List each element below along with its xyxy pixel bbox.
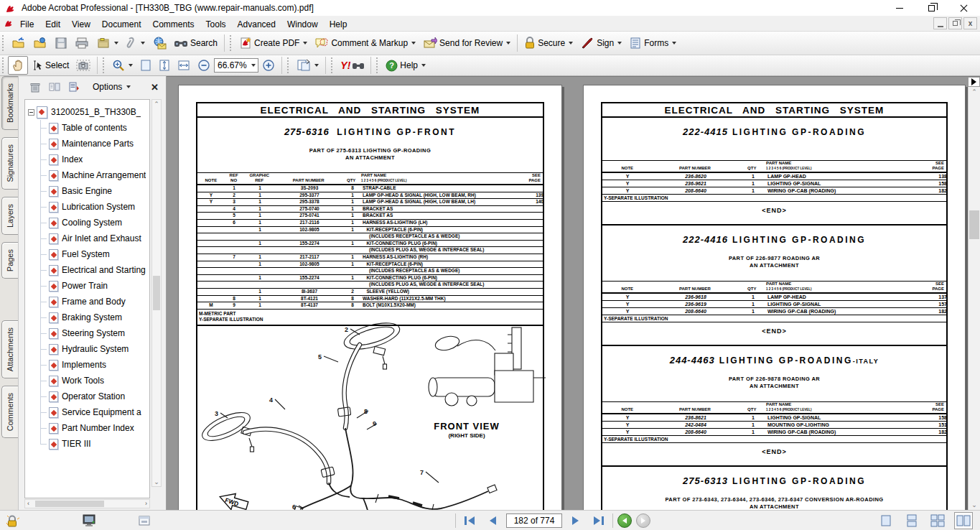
bookmark-item[interactable]: Work Tools	[25, 373, 149, 389]
bookmark-item[interactable]: Machine Arrangement	[25, 167, 149, 183]
panel-close-button[interactable]: ✕	[151, 82, 162, 93]
send-review-button[interactable]: Send for Review	[419, 34, 514, 52]
select-tool-button[interactable]: Select	[28, 56, 73, 75]
pane-collapse-arrow-button[interactable]	[968, 77, 980, 87]
bookmark-item[interactable]: Implements	[25, 357, 149, 373]
toolbar-grip[interactable]	[2, 35, 6, 51]
email-button[interactable]	[149, 34, 170, 52]
toolbar-grip[interactable]	[2, 57, 6, 73]
tab-bookmarks[interactable]: Bookmarks	[1, 76, 18, 130]
help-button[interactable]: ? Help	[382, 56, 429, 75]
page-number-input[interactable]	[506, 513, 562, 528]
bookmark-item[interactable]: TIER III	[25, 436, 149, 452]
collapse-icon[interactable]	[28, 109, 34, 116]
hand-tool-button[interactable]	[8, 56, 28, 75]
bookmark-item[interactable]: Service Equipment a	[25, 404, 149, 420]
doc-minimize-button[interactable]	[933, 17, 947, 29]
bookmark-item[interactable]: Electrical and Starting	[25, 262, 149, 278]
scroll-left-icon[interactable]: ‹	[27, 500, 29, 507]
bookmark-item[interactable]: Fuel System	[25, 246, 149, 262]
bookmark-item[interactable]: Part Number Index	[25, 420, 149, 436]
menu-item-comments[interactable]: Comments	[147, 17, 200, 32]
screen-mode-icon[interactable]	[79, 512, 99, 529]
doc-restore-button[interactable]	[948, 17, 962, 29]
bookmark-item[interactable]: Power Train	[25, 278, 149, 294]
zoom-level-input[interactable]	[215, 59, 249, 72]
fit-page-button[interactable]	[136, 56, 155, 75]
save-button[interactable]	[51, 34, 71, 52]
delete-bookmark-icon[interactable]	[29, 80, 42, 93]
scroll-down-icon[interactable]: ⌄	[969, 501, 980, 508]
tab-layers[interactable]: Layers	[1, 197, 18, 235]
zoom-out-button[interactable]	[194, 56, 214, 75]
security-lock-icon[interactable]	[3, 512, 23, 529]
sign-button[interactable]: Sign	[577, 34, 625, 52]
first-page-button[interactable]	[460, 513, 479, 529]
bookmark-root[interactable]: 31200251_B_TH330B_	[25, 104, 149, 120]
bookmarks-horizontal-scrollbar[interactable]: ‹ ›	[24, 499, 150, 508]
scroll-down-icon[interactable]: ⌄	[152, 478, 161, 485]
next-view-button[interactable]	[636, 513, 650, 528]
single-page-button[interactable]	[877, 512, 895, 529]
zoom-tool-button[interactable]	[108, 56, 136, 75]
secure-button[interactable]: Secure	[521, 34, 577, 52]
create-pdf-button[interactable]: Create PDF	[235, 34, 311, 52]
previous-view-button[interactable]	[617, 513, 632, 528]
options-button[interactable]: Options	[93, 82, 131, 92]
continuous-button[interactable]	[902, 512, 921, 529]
menu-item-advanced[interactable]: Advanced	[232, 17, 281, 32]
scrollbar-thumb[interactable]	[153, 276, 160, 310]
fit-height-button[interactable]	[155, 56, 174, 75]
comment-markup-button[interactable]: Comment & Markup	[311, 34, 419, 52]
bookmark-item[interactable]: Lubrication System	[25, 199, 149, 215]
organizer-button[interactable]	[93, 34, 122, 52]
menu-item-help[interactable]: Help	[324, 17, 353, 32]
scrollbar-thumb[interactable]	[969, 210, 979, 239]
menu-item-edit[interactable]: Edit	[39, 17, 66, 32]
bookmark-item[interactable]: Cooling System	[25, 215, 149, 231]
menu-item-window[interactable]: Window	[281, 17, 324, 32]
toolbar-grip[interactable]	[376, 57, 380, 73]
bookmark-item[interactable]: Air Inlet and Exhaust	[25, 231, 149, 246]
open-organizer-button[interactable]	[29, 34, 51, 52]
fit-width-button[interactable]	[174, 56, 194, 75]
tab-signatures[interactable]: Signatures	[1, 137, 18, 190]
scroll-up-icon[interactable]: ⌃	[969, 88, 980, 96]
minimize-button[interactable]	[883, 0, 915, 16]
bookmark-item[interactable]: Table of contents	[25, 120, 149, 136]
scrollbar-thumb[interactable]	[35, 501, 104, 507]
menu-item-view[interactable]: View	[66, 17, 96, 32]
bookmark-item[interactable]: Braking System	[25, 310, 149, 325]
zoom-dropdown-arrow-icon[interactable]	[251, 64, 256, 67]
document-vertical-scrollbar[interactable]: ⌃ ⌄	[968, 87, 980, 510]
bookmark-item[interactable]: Basic Engine	[25, 183, 149, 199]
snapshot-button[interactable]	[73, 56, 94, 75]
toolbar-grip[interactable]	[103, 57, 106, 73]
expand-bookmark-icon[interactable]	[48, 80, 61, 93]
previous-page-button[interactable]	[483, 513, 502, 529]
last-page-button[interactable]	[589, 513, 608, 529]
scroll-up-icon[interactable]: ⌃	[152, 101, 161, 108]
menu-item-document[interactable]: Document	[96, 17, 147, 32]
bookmark-item[interactable]: Frame and Body	[25, 294, 149, 310]
bookmark-item[interactable]: Index	[25, 152, 149, 167]
zoom-in-button[interactable]	[258, 56, 279, 75]
toolbar-grip[interactable]	[331, 57, 335, 73]
scroll-right-icon[interactable]: ›	[145, 500, 147, 507]
search-button[interactable]: Search	[170, 34, 221, 52]
tab-comments[interactable]: Comments	[1, 386, 18, 438]
next-page-button[interactable]	[566, 513, 585, 529]
window-size-icon[interactable]	[135, 512, 154, 529]
toolbar-grip[interactable]	[230, 35, 233, 51]
bookmark-item[interactable]: Steering System	[25, 325, 149, 341]
close-button[interactable]	[948, 0, 980, 16]
bookmark-item[interactable]: Hydraulic System	[25, 341, 149, 357]
restore-button[interactable]	[915, 0, 948, 16]
menu-item-tools[interactable]: Tools	[200, 17, 232, 32]
continuous-facing-button[interactable]	[928, 512, 947, 529]
open-button[interactable]	[8, 34, 29, 52]
yahoo-search-button[interactable]: Y!	[337, 56, 368, 75]
facing-pages-button[interactable]	[954, 512, 973, 529]
new-bookmark-icon[interactable]	[67, 80, 80, 93]
bookmark-item[interactable]: Maintenance Parts	[25, 136, 149, 152]
